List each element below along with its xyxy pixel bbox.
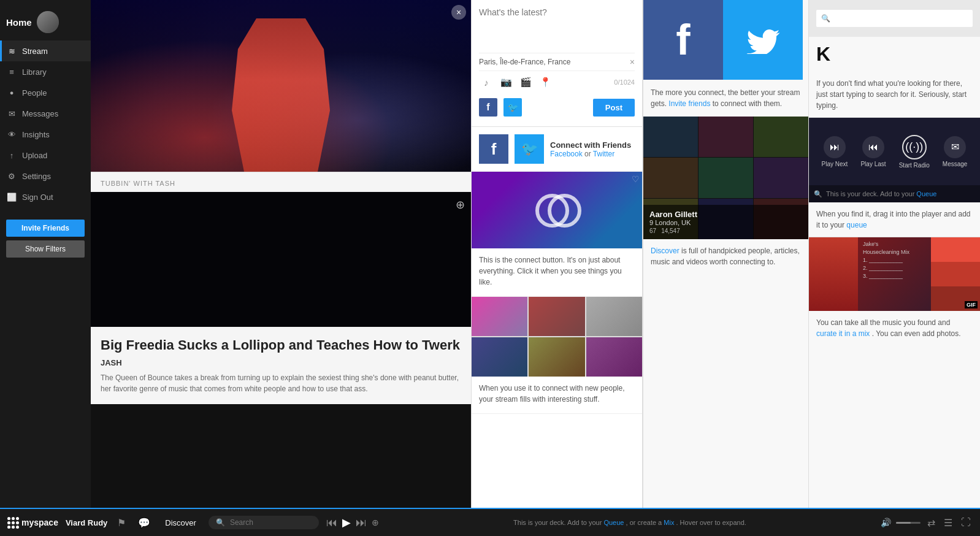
deck-info-text: This is your deck. Add to your Queue , o… [386, 519, 873, 526]
search-bar-bottom: 🔍 [209, 516, 319, 529]
sidebar-header: Home [0, 6, 91, 40]
invite-friends-link[interactable]: Invite friends [668, 99, 710, 108]
video-thumbnail[interactable]: ⊕ [91, 192, 471, 327]
sidebar-item-settings[interactable]: ⚙ Settings [0, 166, 91, 186]
tip2-queue-link[interactable]: queue [846, 221, 867, 229]
discover-description: Discover is full of handpicked people, a… [643, 239, 808, 274]
facebook-link[interactable]: Facebook [550, 150, 583, 158]
sidebar-item-signout[interactable]: ⬜ Sign Out [0, 186, 91, 207]
social-desc-post: to connect with them. [713, 99, 782, 108]
twitter-link[interactable]: Twitter [593, 150, 614, 158]
sidebar-item-messages[interactable]: ✉ Messages [0, 103, 91, 124]
mix-thumb-cell [931, 237, 980, 262]
settings-icon: ⚙ [6, 170, 17, 182]
mosaic-cell [643, 158, 698, 198]
play-next-button[interactable]: ⏭ [824, 136, 846, 158]
queue-bottom-link[interactable]: Queue [603, 519, 624, 526]
connect-friends-text: Connect with Friends Facebook or Twitter [550, 140, 631, 158]
prev-track-button[interactable]: ⏮ [326, 516, 337, 529]
facebook-banner[interactable]: f [643, 0, 723, 80]
queue-link[interactable]: Queue [916, 190, 936, 197]
video-tool-icon[interactable]: 🎬 [518, 75, 533, 90]
volume-icon[interactable]: 🔊 [881, 518, 891, 527]
hero-close-button[interactable]: × [451, 5, 466, 20]
location-bar: Paris, Île-de-France, France × [479, 53, 635, 71]
post-button[interactable]: Post [593, 99, 635, 117]
people-grid-cell [529, 337, 584, 377]
volume-bar[interactable] [896, 522, 921, 524]
article-title: Big Freedia Sucks a Lollipop and Teaches… [101, 337, 461, 354]
discover-bottom-link[interactable]: Discover [160, 518, 201, 527]
library-icon: ≡ [6, 66, 17, 77]
location-tool-icon[interactable]: 📍 [538, 75, 553, 90]
chat-icon[interactable]: 💬 [136, 517, 153, 529]
photo-tool-icon[interactable]: 📷 [499, 75, 513, 90]
main-feed: × TUBBIN' WITH TASH ⊕ Big Freedia Sucks … [91, 0, 471, 508]
play-next-group: ⏭ Play Next [822, 136, 848, 167]
tutorial-connect-block: ♡ This is the connect button. It's on ju… [472, 172, 642, 297]
location-clear-button[interactable]: × [630, 57, 635, 67]
stat2: 14,547 [661, 228, 680, 234]
sidebar-item-label: Messages [22, 109, 58, 118]
music-tool-icon[interactable]: ♪ [479, 75, 494, 90]
search-input[interactable] [230, 518, 312, 527]
sidebar-item-label: Stream [22, 47, 48, 56]
mix-bottom-link[interactable]: Mix [664, 519, 674, 526]
invite-friends-button[interactable]: Invite Friends [6, 220, 85, 237]
twitter-share-icon[interactable]: 🐦 [503, 98, 522, 117]
flag-icon[interactable]: ⚑ [115, 517, 128, 529]
search-interface-preview: 🔍 [809, 0, 980, 37]
facebook-connect-icon[interactable]: f [479, 134, 508, 164]
social-panel: f The more you connect, the better your … [643, 0, 808, 508]
help-tip2: When you find it, drag it into the playe… [809, 202, 980, 237]
play-button[interactable]: ▶ [342, 516, 351, 529]
twitter-banner[interactable] [723, 0, 803, 80]
tip2-pre: When you find it, drag it into the playe… [816, 210, 971, 229]
gif-badge: GIF [965, 301, 978, 308]
bottom-right-controls: 🔊 ⇄ ☰ ⛶ [881, 517, 973, 529]
help-tip3: You can take all the music you found and… [809, 311, 980, 345]
tip3-post: . You can even add photos. [872, 329, 961, 338]
sidebar-item-library[interactable]: ≡ Library [0, 61, 91, 82]
post-actions: f 🐦 Post [479, 93, 635, 119]
sidebar-item-upload[interactable]: ↑ Upload [0, 145, 91, 166]
start-radio-button[interactable]: ((·)) [902, 135, 927, 159]
next-track-button[interactable]: ⏭ [356, 516, 367, 529]
discover-link[interactable]: Discover [651, 247, 679, 255]
help-tip1: If you don't find what you're looking fo… [809, 72, 980, 118]
people-grid-cell [586, 297, 642, 336]
article-content: Big Freedia Sucks a Lollipop and Teaches… [91, 327, 471, 404]
message-group: ✉ Message [943, 136, 968, 167]
tip3-link[interactable]: curate it in a mix [816, 329, 870, 338]
play-last-button[interactable]: ⏮ [862, 136, 884, 158]
article-card: TUBBIN' WITH TASH ⊕ Big Freedia Sucks a … [91, 172, 471, 404]
play-last-label: Play Last [860, 161, 886, 167]
tip3-pre: You can take all the music you found and [816, 318, 950, 327]
hero-image: × [91, 0, 471, 172]
search-icon-bottom: 🔍 [216, 518, 225, 527]
facebook-share-icon[interactable]: f [479, 98, 497, 117]
deck-or: , or create a [626, 519, 664, 526]
twitter-connect-icon[interactable]: 🐦 [515, 134, 544, 164]
message-button[interactable]: ✉ [944, 136, 966, 158]
player-preview: ⏭ Play Next ⏮ Play Last ((·)) Start Radi… [809, 118, 980, 185]
post-input[interactable] [479, 7, 635, 50]
show-filters-button[interactable]: Show Filters [6, 240, 85, 258]
people-grid-cell [529, 297, 584, 336]
search-bar-mini: 🔍 [816, 10, 973, 27]
queue-icon[interactable]: ☰ [942, 517, 954, 529]
people-grid-cell [586, 337, 642, 377]
sidebar-item-insights[interactable]: 👁 Insights [0, 124, 91, 145]
tutorial-people-block: When you use it to connect with new peop… [472, 297, 642, 414]
connect-button-player[interactable]: ⊕ [372, 518, 379, 527]
fullscreen-icon[interactable]: ⛶ [959, 517, 973, 528]
sidebar-item-stream[interactable]: ≋ Stream [0, 40, 91, 61]
messages-icon: ✉ [6, 108, 17, 119]
sidebar-item-people[interactable]: ● People [0, 82, 91, 103]
user-name[interactable]: Viard Rudy [66, 518, 107, 527]
search-icon: 🔍 [821, 14, 830, 23]
shuffle-icon[interactable]: ⇄ [925, 517, 937, 529]
link-icon: ⊕ [456, 198, 465, 212]
avatar[interactable] [37, 11, 59, 33]
social-description: The more you connect, the better your st… [643, 80, 808, 117]
